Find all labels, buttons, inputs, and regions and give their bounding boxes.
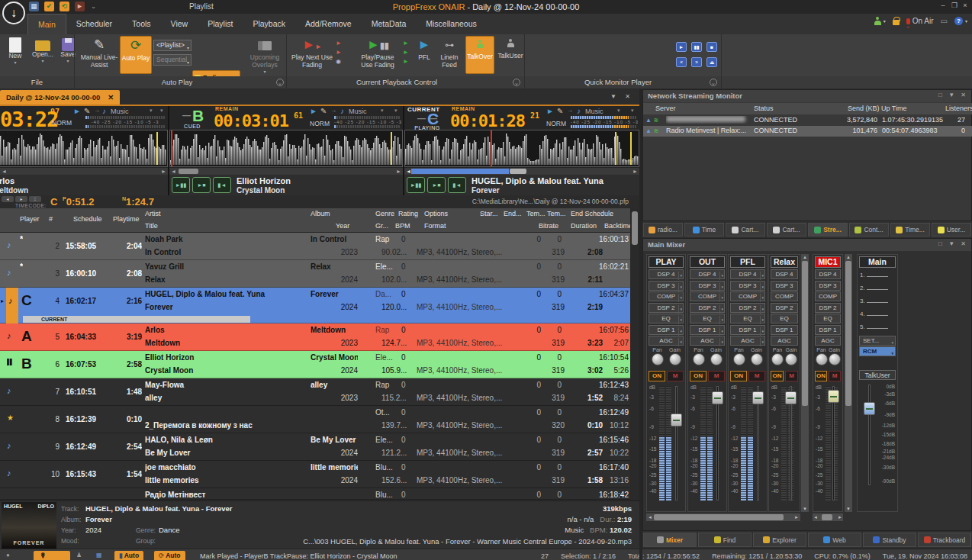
channel-name[interactable]: Relax — [771, 256, 798, 268]
deck-a-scrollbar[interactable]: ◄► — [0, 168, 168, 175]
talkuser-button[interactable]: TalkUser — [496, 36, 525, 60]
channel-name[interactable]: PFL — [730, 256, 765, 268]
net-column-uptime[interactable]: Up Time — [881, 105, 907, 112]
dsp-button-eq[interactable]: EQ▾ — [649, 314, 684, 323]
main-slot[interactable]: 4. — [858, 308, 897, 321]
playlist-row[interactable]: ♪716:10:511:48May-Flowaalleyalley2023Rap… — [0, 378, 630, 406]
monitor-pause-button[interactable]: ▮▮ — [691, 42, 702, 52]
tab-stre[interactable]: Stre... — [808, 223, 848, 237]
tab-mixer[interactable]: Mixer — [643, 533, 697, 547]
fader-handle[interactable] — [671, 414, 682, 426]
dsp-button-dsp4[interactable]: DSP 4 — [771, 269, 798, 279]
dsp-button-dsp2[interactable]: DSP 2▾ — [730, 303, 765, 313]
monitor-forward-button[interactable]: » — [691, 57, 702, 67]
dsp-button-dsp2[interactable]: DSP 2 — [815, 303, 841, 313]
ribbon-tab-view[interactable]: View — [161, 14, 198, 34]
deck-b-waveform[interactable] — [169, 130, 403, 167]
deck-b-play-pause-button[interactable]: ►▮▮ — [172, 177, 190, 193]
remote-icon[interactable]: ▭ — [941, 17, 948, 25]
timecode-prev-button[interactable]: ◄ — [2, 196, 14, 202]
play-icon[interactable]: ► — [310, 107, 317, 115]
tab-cart[interactable]: Cart... — [726, 223, 765, 237]
lock-icon[interactable] — [893, 17, 900, 25]
channel-name[interactable]: OUT — [690, 256, 725, 268]
deck-option-caret[interactable]: ▾ — [631, 108, 634, 114]
channel-mute-button[interactable]: M — [708, 371, 725, 381]
tab-close-icon[interactable]: ✕ — [108, 93, 114, 101]
deck-c-play-pause-button[interactable]: ►▮▮ — [407, 177, 425, 193]
play-pause-mini-icons[interactable]: ►►► — [403, 39, 409, 66]
pfl-button[interactable]: ►PFL — [414, 36, 435, 62]
mixer-vertical-scrollbar[interactable]: ▲▼ — [801, 254, 809, 512]
quick-access-autoplay-icon[interactable]: ⟲ — [60, 2, 69, 11]
sequential-dropdown[interactable]: Sequential▾ — [153, 54, 192, 66]
quick-access-play-icon[interactable]: ► — [75, 2, 85, 11]
quick-access-ok-icon[interactable]: ✔ — [44, 2, 54, 11]
tab-standby[interactable]: Standby — [863, 533, 916, 547]
fader-handle[interactable] — [712, 391, 723, 404]
playlist-scrollbar[interactable] — [630, 208, 639, 500]
tab-find[interactable]: Find — [698, 533, 752, 547]
fader-track[interactable] — [675, 386, 678, 500]
user-menu-icon[interactable]: ▾ — [874, 17, 886, 25]
dsp-button-eq[interactable]: EQ▾ — [690, 314, 725, 323]
open-button[interactable]: Open...▾ — [29, 36, 56, 64]
fader-handle[interactable] — [864, 402, 875, 415]
channel-name[interactable]: Main — [859, 256, 896, 268]
dsp-button-agc[interactable]: AGC — [815, 336, 841, 346]
mic-status-button[interactable]: 🎙 — [34, 551, 70, 560]
monitor-eject-button[interactable]: ⏏ — [706, 57, 717, 67]
channel-on-button[interactable]: ON — [771, 371, 784, 381]
main-slot[interactable]: 2. — [858, 282, 897, 295]
fader-track[interactable] — [832, 386, 835, 500]
network-monitor-title[interactable]: Network Streaming Monitor — [643, 90, 971, 102]
deck-a-waveform[interactable] — [0, 130, 168, 167]
tab-time[interactable]: Time — [684, 223, 724, 237]
deck-c-scrollbar[interactable]: ◄► — [404, 168, 639, 175]
dsp-button-comp[interactable]: COMP▾ — [690, 291, 725, 301]
gain-knob[interactable]: Gain — [748, 347, 765, 370]
player-deck-b[interactable]: B CUED REMAIN 00:03:01 61 ► ✎ → ♪ Music … — [169, 106, 403, 197]
fader-handle[interactable] — [752, 391, 764, 404]
manual-live-assist-button[interactable]: ✎Manual Live-Assist — [79, 36, 119, 69]
mixer-horizontal-scrollbar[interactable]: ◄► — [813, 513, 843, 521]
dsp-button-dsp4[interactable]: DSP 4▾ — [690, 269, 725, 279]
edit-icon[interactable]: ✎ — [320, 107, 327, 115]
ribbon-tab-playback[interactable]: Playback — [243, 14, 295, 34]
dsp-button-eq[interactable]: EQ — [771, 314, 798, 323]
tab-strip-close-icon[interactable]: ✕ — [625, 93, 630, 100]
deck-b-scrollbar[interactable]: ◄► — [169, 168, 403, 175]
quick-access-icon[interactable]: ▦ — [29, 2, 39, 11]
player-deck-a[interactable]: 03:22 97 NORM ► ✎ → ♪ Music ▾ ▾ -40 -25 … — [0, 106, 168, 197]
main-slot[interactable]: 1. — [858, 269, 897, 282]
dsp-button-dsp4[interactable]: DSP 4▾ — [730, 269, 765, 279]
deck-c-back-button[interactable]: ▮◄ — [448, 177, 466, 193]
set-button[interactable]: SET...▾ — [859, 336, 896, 346]
ribbon-tab-metadata[interactable]: MetaData — [362, 14, 417, 34]
play-next-mini-icons[interactable]: ►►◉ — [336, 39, 342, 66]
deck-b-back-button[interactable]: ▮◄ — [213, 177, 231, 193]
tab-explorer[interactable]: Explorer — [753, 533, 806, 547]
save-button[interactable]: Save▾ — [56, 36, 79, 64]
channel-on-button[interactable]: ON — [730, 371, 747, 381]
main-slot[interactable]: 5. — [858, 321, 897, 334]
channel-on-button[interactable]: ON — [649, 371, 665, 381]
dsp-button-agc[interactable]: AGC▾ — [690, 336, 725, 346]
deck-c-genre[interactable]: Music — [585, 108, 603, 115]
rcm-button[interactable]: RCM▾ — [859, 346, 896, 356]
playlist-row[interactable]: Радіо МетінвестBlu...00016:18:42 — [0, 488, 630, 500]
document-tab[interactable]: Daily @ 12-Nov-24 00-00-00✕ — [0, 90, 120, 105]
playlist-row[interactable]: ♪*316:00:102:08Yavuz GrillRelaxRelax2024… — [0, 260, 630, 288]
tab-trackboard[interactable]: Trackboard — [918, 533, 971, 547]
tab-cart[interactable]: Cart... — [767, 223, 806, 237]
ribbon-tab-main[interactable]: Main — [27, 14, 66, 34]
new-button[interactable]: New▾ — [3, 36, 27, 66]
playlist-row[interactable]: ♪*215:58:052:04Noah ParkIn ControlIn Con… — [0, 233, 630, 260]
tab-cont[interactable]: Cont... — [849, 223, 889, 237]
panel-window-icons[interactable]: □ ▼ ✕ — [938, 240, 968, 247]
auto-play-button[interactable]: ⟳Auto Play — [120, 36, 152, 74]
dsp-button-dsp1[interactable]: DSP 1 — [815, 325, 841, 335]
deck-b-play-stop-button[interactable]: ►■ — [192, 177, 211, 193]
pan-knob[interactable]: Pan — [690, 347, 707, 370]
timecode-next-button[interactable]: ► — [15, 196, 27, 202]
